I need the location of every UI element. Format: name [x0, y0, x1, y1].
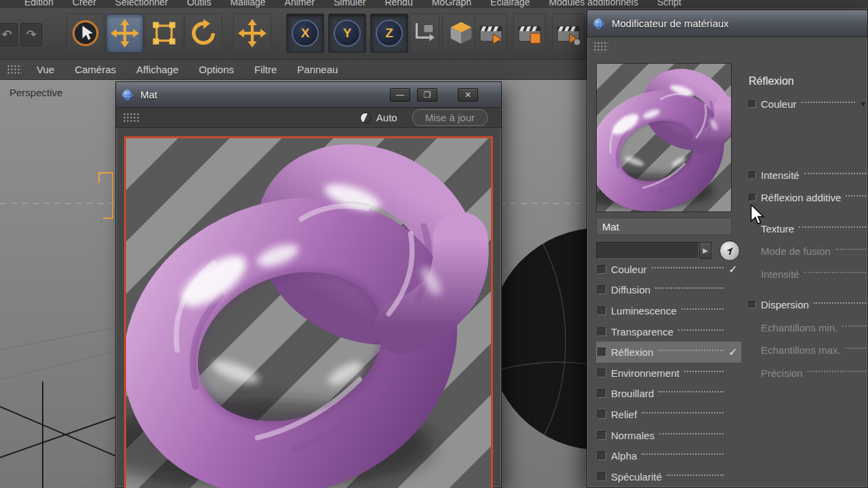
- material-render-preview[interactable]: [124, 136, 493, 488]
- viewport-menu-filtre[interactable]: Filtre: [254, 64, 277, 75]
- field-arrow-icon: ▶: [703, 247, 708, 254]
- channel-row-diffusion[interactable]: Diffusion: [596, 280, 741, 301]
- last-tool-button[interactable]: [233, 14, 271, 53]
- channel-row-environnement[interactable]: Environnement: [596, 363, 741, 384]
- channel-checkbox[interactable]: [597, 410, 606, 419]
- scale-tool-button[interactable]: [145, 14, 183, 53]
- render-settings-button[interactable]: [552, 14, 585, 53]
- drag-handle[interactable]: [593, 41, 608, 53]
- menu-simuler[interactable]: Simuler: [334, 0, 366, 5]
- material-editor-titlebar[interactable]: Modificateur de matériaux: [587, 10, 867, 37]
- render-view-button[interactable]: [475, 14, 507, 53]
- cinema4d-app: ÉditionCréerSélectionnerOutilsMaillageAn…: [0, 0, 868, 488]
- property-row-intensite[interactable]: Intensité: [749, 164, 868, 187]
- menu-selectionner[interactable]: Sélectionner: [115, 0, 168, 5]
- material-editor-title: Modificateur de matériaux: [612, 18, 729, 29]
- field-expand-button[interactable]: ▶: [699, 242, 711, 259]
- rotate-tool-button[interactable]: [184, 14, 222, 53]
- z-axis-lock-button[interactable]: Z: [370, 14, 408, 53]
- rotate-circle-icon: [189, 18, 218, 48]
- material-name-field[interactable]: [596, 242, 699, 259]
- channel-checkbox[interactable]: [597, 472, 606, 481]
- selection-gizmo[interactable]: [99, 173, 113, 218]
- redo-button[interactable]: ↷: [20, 23, 42, 46]
- viewport-menu-panneau[interactable]: Panneau: [297, 64, 338, 75]
- channel-row-couleur[interactable]: Couleur✓: [596, 259, 741, 280]
- channel-row-relief[interactable]: Relief: [596, 404, 741, 425]
- property-label: Mode de fusion: [761, 245, 831, 257]
- channel-checkbox[interactable]: [597, 431, 606, 440]
- selection-arrow-icon: [71, 18, 100, 48]
- menu-maillage[interactable]: Maillage: [230, 0, 265, 5]
- menu-eclairage[interactable]: Éclairage: [490, 0, 530, 5]
- dot-leader: [842, 325, 866, 327]
- channel-row-reflexion[interactable]: Réflexion✓: [596, 342, 741, 363]
- channel-row-brouillard[interactable]: Brouillard: [596, 384, 741, 405]
- minimize-icon: —: [396, 91, 404, 99]
- y-axis-lock-button[interactable]: Y: [328, 14, 366, 53]
- channel-row-specularite[interactable]: Spécularité: [596, 466, 741, 487]
- property-checkbox[interactable]: [749, 100, 756, 108]
- x-axis-lock-button[interactable]: X: [286, 14, 324, 53]
- channel-row-luminescence[interactable]: Luminescence: [596, 300, 741, 321]
- drag-handle[interactable]: [123, 113, 140, 123]
- menu-mograph[interactable]: MoGraph: [432, 0, 471, 5]
- menu-rendu[interactable]: Rendu: [384, 0, 412, 5]
- channel-label: Spécularité: [611, 471, 662, 483]
- menu-creer[interactable]: Créer: [73, 0, 96, 5]
- menu-edition[interactable]: Édition: [24, 0, 54, 5]
- channel-checkbox[interactable]: [597, 451, 606, 460]
- channel-checkbox[interactable]: [597, 369, 606, 378]
- render-picture-viewer-button[interactable]: [513, 14, 546, 53]
- channel-row-normales[interactable]: Normales: [596, 425, 741, 446]
- minimize-button[interactable]: —: [390, 88, 410, 102]
- property-checkbox[interactable]: [749, 171, 756, 179]
- channel-checkbox[interactable]: [597, 265, 606, 274]
- channel-checkbox[interactable]: [597, 285, 606, 294]
- material-picker-button[interactable]: [719, 241, 740, 261]
- channel-checkbox[interactable]: [597, 327, 606, 336]
- channel-checkbox[interactable]: [597, 389, 606, 398]
- undo-button[interactable]: ↶: [0, 23, 18, 46]
- dot-leader: [642, 453, 724, 455]
- dot-leader: [846, 195, 866, 197]
- channel-label: Diffusion: [611, 284, 650, 296]
- maximize-button[interactable]: ❐: [417, 88, 437, 102]
- viewport-menu-items: VueCamérasAffichageOptionsFiltrePanneau: [37, 64, 358, 75]
- mat-window-titlebar[interactable]: Mat — ❐ ✕: [116, 82, 501, 108]
- viewport-menu-cameras[interactable]: Caméras: [75, 64, 116, 75]
- property-row-reflexion-additive[interactable]: Réflexion additive: [749, 186, 868, 209]
- picker-arrow-icon: [725, 246, 735, 256]
- viewport-menu-vue[interactable]: Vue: [37, 64, 54, 75]
- dot-leader: [642, 412, 724, 413]
- property-row-intensite: Intensité: [749, 263, 868, 286]
- channel-row-transparence[interactable]: Transparence: [596, 321, 741, 342]
- live-selection-tool-button[interactable]: [66, 14, 104, 53]
- material-thumbnail[interactable]: [596, 63, 732, 212]
- menu-animer[interactable]: Animer: [285, 0, 315, 5]
- menu-modules-additionnels[interactable]: Modules additionnels: [549, 0, 638, 5]
- update-button[interactable]: Mise à jour: [412, 109, 488, 126]
- channel-checkbox[interactable]: [597, 348, 606, 357]
- coordinate-system-button[interactable]: [410, 14, 439, 53]
- drag-handle[interactable]: [7, 64, 22, 75]
- property-row-dispersion[interactable]: Dispersion: [749, 293, 868, 317]
- move-tool-button[interactable]: [106, 14, 144, 53]
- dropdown-arrow-icon[interactable]: ▼: [858, 100, 868, 108]
- property-checkbox[interactable]: [749, 194, 756, 201]
- auto-render-toggle-icon[interactable]: [360, 113, 371, 123]
- channel-checkbox[interactable]: [597, 306, 606, 315]
- close-button[interactable]: ✕: [458, 88, 478, 102]
- property-row-couleur[interactable]: Couleur▼: [749, 93, 868, 116]
- viewport-menu-options[interactable]: Options: [199, 64, 234, 75]
- property-label: Précision: [761, 367, 803, 379]
- channel-row-alpha[interactable]: Alpha: [596, 445, 741, 466]
- material-globe-icon: [593, 18, 605, 30]
- move-cross-icon: [110, 18, 140, 48]
- menu-script[interactable]: Script: [657, 0, 682, 5]
- menu-outils[interactable]: Outils: [187, 0, 212, 5]
- property-checkbox[interactable]: [749, 301, 756, 308]
- viewport-menu-affichage[interactable]: Affichage: [136, 64, 178, 75]
- material-name-label: Mat: [596, 218, 732, 235]
- property-row-texture[interactable]: Texture: [749, 218, 868, 241]
